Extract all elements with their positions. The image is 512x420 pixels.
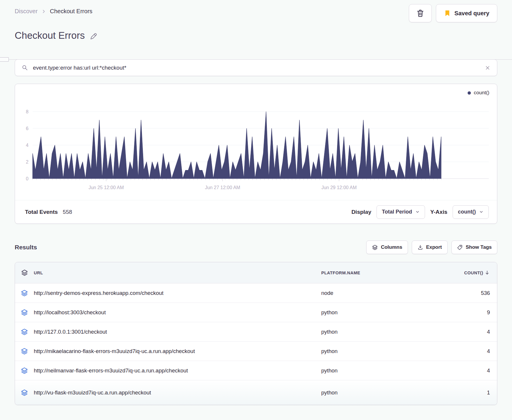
results-table: URL PLATFORM.NAME COUNT() http://sentry-… [15, 262, 497, 405]
count-cell: 9 [439, 309, 490, 316]
url-cell: http://neilmanvar-flask-errors-m3uuizd7i… [34, 367, 321, 374]
edit-title-pencil-icon[interactable] [89, 33, 97, 41]
row-stack-icon[interactable] [15, 367, 34, 374]
count-cell: 1 [439, 389, 490, 396]
search-icon [21, 64, 28, 71]
stack-column-icon [15, 269, 34, 276]
svg-text:Jun 27 12:00 AM: Jun 27 12:00 AM [205, 185, 240, 190]
platform-cell: python [321, 348, 439, 355]
page-divider [0, 59, 512, 60]
saved-query-button[interactable]: Saved query [436, 4, 497, 22]
chart-panel: count() 02468Jun 25 12:00 AMJun 27 12:00… [15, 84, 497, 224]
count-cell: 4 [439, 367, 490, 374]
results-heading: Results [15, 244, 37, 251]
count-header-label: COUNT() [464, 271, 483, 275]
chevron-right-icon [41, 9, 46, 14]
yaxis-select[interactable]: count() [453, 205, 489, 219]
display-select[interactable]: Total Period [377, 205, 425, 219]
row-stack-icon[interactable] [15, 347, 34, 355]
trash-icon [416, 9, 425, 18]
topbar: Discover Checkout Errors [15, 0, 497, 41]
table-row: http://localhost:3003/checkoutpython9 [15, 303, 497, 322]
table-row: http://sentry-demos-express.herokuapp.co… [15, 283, 497, 303]
chart-controls: Display Total Period Y-Axis count() [352, 205, 489, 219]
yaxis-label: Y-Axis [430, 209, 447, 215]
legend-dot-icon [468, 91, 471, 95]
column-header-url[interactable]: URL [34, 271, 321, 275]
count-cell: 4 [439, 329, 490, 335]
results-row: Results Columns Export Show Tags [15, 240, 497, 254]
table-header: URL PLATFORM.NAME COUNT() [15, 262, 497, 283]
url-cell: http://localhost:3003/checkout [34, 309, 321, 316]
clear-search-icon[interactable] [485, 65, 491, 71]
search-input[interactable] [32, 64, 481, 71]
column-header-count[interactable]: COUNT() [439, 270, 490, 275]
breadcrumb-current: Checkout Errors [50, 8, 93, 15]
table-row: http://neilmanvar-flask-errors-m3uuizd7i… [15, 361, 497, 380]
svg-text:0: 0 [26, 176, 29, 181]
total-events-label: Total Events [25, 209, 58, 215]
show-tags-button-label: Show Tags [466, 244, 492, 250]
platform-cell: python [321, 367, 439, 374]
chevron-down-icon [415, 210, 420, 214]
display-label: Display [352, 209, 372, 215]
count-cell: 536 [439, 290, 490, 296]
table-row: http://mikaelacarino-flask-errors-m3uuiz… [15, 342, 497, 361]
platform-cell: python [321, 329, 439, 335]
export-button-label: Export [426, 244, 442, 250]
svg-text:6: 6 [26, 126, 29, 131]
page-title-row: Checkout Errors [15, 30, 497, 41]
page-title: Checkout Errors [15, 30, 85, 41]
row-stack-icon[interactable] [15, 289, 34, 297]
results-actions: Columns Export Show Tags [366, 241, 497, 254]
legend-label: count() [474, 90, 489, 96]
columns-button[interactable]: Columns [366, 241, 408, 254]
platform-cell: python [321, 389, 439, 396]
svg-text:2: 2 [26, 159, 29, 164]
breadcrumb-discover[interactable]: Discover [15, 8, 38, 15]
chevron-down-icon [479, 210, 483, 214]
svg-text:Jun 25 12:00 AM: Jun 25 12:00 AM [88, 185, 124, 190]
layers-icon [372, 244, 378, 251]
drawer-handle[interactable] [0, 57, 9, 62]
url-cell: http://127.0.0.1:3001/checkout [34, 329, 321, 335]
url-cell: http://sentry-demos-express.herokuapp.co… [34, 290, 321, 296]
url-cell: http://vu-flask-m3uuizd7iq-uc.a.run.app/… [34, 389, 321, 396]
row-stack-icon[interactable] [15, 328, 34, 336]
bookmark-icon [444, 10, 451, 17]
svg-text:4: 4 [26, 143, 29, 148]
total-events: Total Events 558 [25, 209, 72, 215]
chart-footer: Total Events 558 Display Total Period Y-… [15, 200, 497, 224]
delete-query-button[interactable] [409, 4, 432, 22]
table-row: http://vu-flask-m3uuizd7iq-uc.a.run.app/… [15, 380, 497, 405]
table-row: http://127.0.0.1:3001/checkoutpython4 [15, 322, 497, 342]
column-header-platform[interactable]: PLATFORM.NAME [321, 271, 439, 275]
row-stack-icon[interactable] [15, 309, 34, 316]
table-body: http://sentry-demos-express.herokuapp.co… [15, 283, 497, 405]
columns-button-label: Columns [381, 244, 402, 250]
yaxis-select-value: count() [458, 209, 476, 215]
total-events-value: 558 [63, 209, 72, 215]
display-select-value: Total Period [382, 209, 412, 215]
events-area-chart: 02468Jun 25 12:00 AMJun 27 12:00 AMJun 2… [15, 84, 497, 195]
svg-text:8: 8 [26, 109, 29, 114]
row-stack-icon[interactable] [15, 389, 34, 397]
top-actions: Saved query [409, 4, 497, 22]
export-button[interactable]: Export [412, 241, 448, 254]
count-cell: 4 [439, 348, 490, 355]
sort-arrow-down-icon [484, 270, 490, 275]
platform-cell: python [321, 309, 439, 316]
search-bar[interactable] [15, 59, 497, 76]
svg-text:Jun 29 12:00 AM: Jun 29 12:00 AM [321, 185, 357, 190]
url-cell: http://mikaelacarino-flask-errors-m3uuiz… [34, 348, 321, 355]
download-icon [417, 244, 423, 250]
saved-query-label: Saved query [454, 10, 489, 17]
platform-cell: node [321, 290, 439, 296]
chart-legend[interactable]: count() [468, 90, 489, 96]
tag-icon [457, 244, 463, 250]
show-tags-button[interactable]: Show Tags [451, 241, 497, 254]
